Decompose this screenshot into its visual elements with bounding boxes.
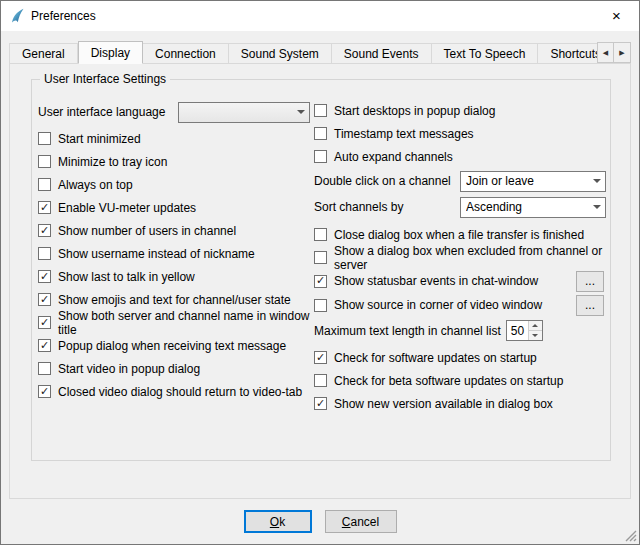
- titlebar: Preferences ×: [1, 1, 639, 31]
- checkbox-check-for-beta-software-updates-on-startup[interactable]: Check for beta software updates on start…: [314, 369, 606, 392]
- sort-channels-row: Sort channels by Ascending: [314, 194, 606, 220]
- preferences-dialog: Preferences × General Display Connection…: [0, 0, 640, 545]
- checkbox-box: [314, 374, 327, 387]
- tab-text-to-speech[interactable]: Text To Speech: [432, 43, 539, 64]
- checkbox-box: [38, 178, 51, 191]
- resize-grip[interactable]: [624, 529, 637, 542]
- checkbox-box: [38, 385, 51, 398]
- tab-scroll-left-button[interactable]: ◀: [597, 42, 614, 63]
- cancel-button[interactable]: Cancel: [325, 510, 397, 533]
- checkbox-show-new-version-available-in-dialog-box[interactable]: Show new version available in dialog box: [314, 392, 606, 415]
- language-label: User interface language: [38, 105, 178, 119]
- tab-sound-system[interactable]: Sound System: [229, 43, 332, 64]
- tab-connection[interactable]: Connection: [143, 43, 229, 64]
- window-title: Preferences: [31, 9, 96, 23]
- user-interface-settings-group: User Interface Settings User interface l…: [31, 79, 611, 461]
- tab-sound-events[interactable]: Sound Events: [332, 43, 432, 64]
- video-source-row: Show source in corner of video window ..…: [314, 293, 606, 317]
- tab-display[interactable]: Display: [78, 41, 143, 64]
- checkbox-start-desktops-in-popup-dialog[interactable]: Start desktops in popup dialog: [314, 99, 606, 122]
- checkbox-always-on-top[interactable]: Always on top: [38, 173, 310, 196]
- checkbox-start-video-in-popup-dialog[interactable]: Start video in popup dialog: [38, 357, 310, 380]
- checkbox-show-username-instead-of-nickname[interactable]: Show username instead of nickname: [38, 242, 310, 265]
- max-text-length-label: Maximum text length in channel list: [314, 324, 501, 338]
- checkbox-box: [314, 299, 327, 312]
- checkbox-box: [38, 201, 51, 214]
- checkbox-show-source-in-corner-of-video-window[interactable]: Show source in corner of video window: [314, 293, 542, 317]
- statusbar-events-row: Show statusbar events in chat-window ...: [314, 269, 606, 293]
- checkbox-enable-vu-meter-updates[interactable]: Enable VU-meter updates: [38, 196, 310, 219]
- tab-general[interactable]: General: [9, 43, 78, 64]
- checkbox-box: [38, 155, 51, 168]
- language-select[interactable]: [178, 102, 310, 123]
- checkbox-box: [38, 316, 51, 329]
- double-click-select[interactable]: Join or leave: [460, 171, 606, 192]
- checkbox-box: [38, 362, 51, 375]
- checkbox-timestamp-text-messages[interactable]: Timestamp text messages: [314, 122, 606, 145]
- checkbox-popup-dialog-when-receiving-text-message[interactable]: Popup dialog when receiving text message: [38, 334, 310, 357]
- group-title: User Interface Settings: [40, 72, 170, 86]
- checkbox-show-both-server-and-channel-name-in-window-title[interactable]: Show both server and channel name in win…: [38, 311, 310, 334]
- statusbar-events-config-button[interactable]: ...: [576, 271, 604, 292]
- tab-bar: General Display Connection Sound System …: [9, 41, 631, 64]
- checkbox-box: [314, 127, 327, 140]
- display-tab-page: User Interface Settings User interface l…: [9, 63, 631, 499]
- checkbox-box: [38, 339, 51, 352]
- double-click-row: Double click on a channel Join or leave: [314, 168, 606, 194]
- chevron-down-icon: [588, 198, 605, 217]
- checkbox-box: [314, 275, 327, 288]
- checkbox-box: [314, 397, 327, 410]
- spin-up-button[interactable]: [529, 321, 542, 330]
- double-click-label: Double click on a channel: [314, 174, 460, 188]
- right-column: Start desktops in popup dialog Timestamp…: [314, 99, 606, 415]
- app-icon: [9, 8, 25, 24]
- checkbox-minimize-to-tray-icon[interactable]: Minimize to tray icon: [38, 150, 310, 173]
- chevron-down-icon: [588, 172, 605, 191]
- language-row: User interface language: [38, 99, 310, 125]
- tab-scroll-control: ◀ ▶: [597, 42, 631, 63]
- dialog-footer: Ok Cancel: [1, 510, 639, 533]
- checkbox-show-number-of-users-in-channel[interactable]: Show number of users in channel: [38, 219, 310, 242]
- close-button[interactable]: ×: [594, 1, 639, 30]
- checkbox-box: [314, 150, 327, 163]
- checkbox-box: [38, 270, 51, 283]
- ok-button[interactable]: Ok: [244, 510, 312, 533]
- checkbox-start-minimized[interactable]: Start minimized: [38, 127, 310, 150]
- checkbox-box: [38, 224, 51, 237]
- checkbox-box: [314, 104, 327, 117]
- checkbox-show-dialog-box-when-excluded[interactable]: Show a dialog box when excluded from cha…: [314, 246, 606, 269]
- checkbox-box: [314, 351, 327, 364]
- spin-down-button[interactable]: [529, 330, 542, 340]
- checkbox-show-statusbar-events-in-chat-window[interactable]: Show statusbar events in chat-window: [314, 269, 538, 293]
- chevron-down-icon: [292, 103, 309, 122]
- checkbox-box: [38, 132, 51, 145]
- checkbox-box: [314, 228, 327, 241]
- max-text-length-spinner[interactable]: 50: [506, 320, 543, 341]
- max-text-length-row: Maximum text length in channel list 50: [314, 317, 606, 344]
- checkbox-check-for-software-updates-on-startup[interactable]: Check for software updates on startup: [314, 346, 606, 369]
- left-column: User interface language Start minimized …: [38, 99, 310, 415]
- sort-channels-label: Sort channels by: [314, 200, 460, 214]
- tab-scroll-right-button[interactable]: ▶: [614, 42, 631, 63]
- checkbox-show-last-to-talk-in-yellow[interactable]: Show last to talk in yellow: [38, 265, 310, 288]
- checkbox-closed-video-dialog-should-return-to-video-tab[interactable]: Closed video dialog should return to vid…: [38, 380, 310, 403]
- sort-channels-select[interactable]: Ascending: [460, 197, 606, 218]
- checkbox-auto-expand-channels[interactable]: Auto expand channels: [314, 145, 606, 168]
- video-source-config-button[interactable]: ...: [576, 295, 604, 316]
- checkbox-box: [314, 251, 327, 264]
- checkbox-box: [38, 247, 51, 260]
- checkbox-box: [38, 293, 51, 306]
